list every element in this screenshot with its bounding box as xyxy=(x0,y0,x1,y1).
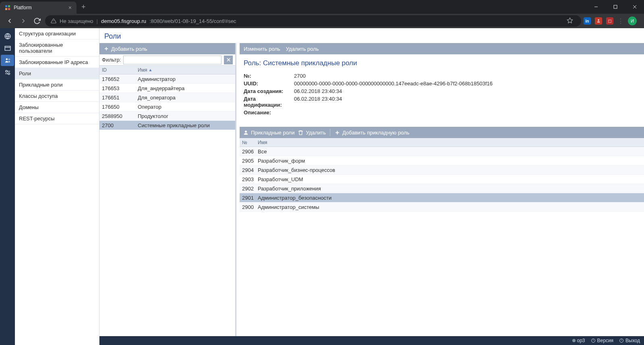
delete-applied-role-button[interactable]: Удалить xyxy=(298,130,326,136)
cell-no: 2900 xyxy=(240,204,258,210)
extensions: in ⬚ ⋮ И xyxy=(584,17,637,25)
applied-roles-grid: № Имя 2906Все2905Разработчик_форм2904Раз… xyxy=(240,138,644,336)
table-row[interactable]: 2904Разработчик_бизнес-процессов xyxy=(240,165,644,175)
bookmark-star-icon[interactable] xyxy=(567,17,573,25)
cell-name: Системные прикладные роли xyxy=(138,122,235,128)
sidebar-item[interactable]: Прикладные роли xyxy=(15,79,99,91)
forward-button[interactable] xyxy=(18,15,29,27)
browser-titlebar: Platform × + xyxy=(0,0,644,14)
page-title: Роли xyxy=(99,28,644,43)
svg-rect-2 xyxy=(5,8,7,10)
cell-no: 2906 xyxy=(240,149,258,155)
table-row[interactable]: 176650Оператор xyxy=(99,102,235,112)
col-name[interactable]: Имя ▲ xyxy=(138,67,235,73)
table-row[interactable]: 2905Разработчик_форм xyxy=(240,156,644,165)
svg-point-14 xyxy=(8,59,10,60)
reload-button[interactable] xyxy=(31,15,43,27)
new-tab-button[interactable]: + xyxy=(81,3,86,11)
svg-rect-1 xyxy=(8,5,10,7)
sidebar-item[interactable]: Классы доступа xyxy=(15,91,99,102)
browser-address-bar: Не защищено | demo05.fisgroup.ru:8080/we… xyxy=(0,14,644,28)
extension-icon[interactable] xyxy=(595,17,602,25)
field-uuid-label: UUID: xyxy=(244,81,294,87)
sidebar-item[interactable]: Структура организации xyxy=(15,28,99,39)
cell-name: Для_андеррайтера xyxy=(138,85,235,91)
sidebar-item[interactable]: REST-ресурсы xyxy=(15,113,99,124)
table-row[interactable]: 2588950Продуктолог xyxy=(99,112,235,121)
table-row[interactable]: 176653Для_андеррайтера xyxy=(99,84,235,93)
clear-filter-button[interactable] xyxy=(224,56,233,64)
tab-title: Platform xyxy=(14,5,32,10)
filter-input[interactable] xyxy=(123,56,222,64)
field-no-label: №: xyxy=(244,73,294,79)
cell-name: Для_оператора xyxy=(138,95,235,101)
cell-name: Разработчик_форм xyxy=(258,158,644,164)
cell-name: Оператор xyxy=(138,104,235,110)
cell-name: Все xyxy=(258,149,644,155)
add-applied-role-button[interactable]: Добавить прикладную роль xyxy=(334,130,409,136)
insecure-icon xyxy=(51,18,56,24)
field-modified-label: Дата модификации: xyxy=(244,96,294,108)
minimize-button[interactable] xyxy=(587,0,605,14)
window-controls xyxy=(587,0,644,14)
close-window-button[interactable] xyxy=(625,0,644,14)
extension-icon[interactable]: ⬚ xyxy=(606,17,613,25)
rail-window-icon[interactable] xyxy=(1,43,14,54)
col-id[interactable]: ID xyxy=(99,67,138,73)
cell-name: Разработчик_UDM xyxy=(258,176,644,182)
col-name[interactable]: Имя xyxy=(258,140,644,145)
nav-rail xyxy=(0,28,15,345)
cell-no: 2902 xyxy=(240,186,258,192)
field-no-value: 2700 xyxy=(294,73,640,79)
sidebar-item[interactable]: Домены xyxy=(15,102,99,113)
detail-title: Роль: Системные прикладные роли xyxy=(240,54,644,70)
status-footer: op3 Версия Выход xyxy=(99,336,644,345)
sidebar-item[interactable]: Роли xyxy=(15,68,99,79)
cell-name: Продуктолог xyxy=(138,113,235,119)
table-row[interactable]: 2901Администратор_безопасности xyxy=(240,193,644,202)
cell-id: 176651 xyxy=(99,95,138,101)
browser-tab[interactable]: Platform × xyxy=(0,2,77,14)
add-role-button[interactable]: Добавить роль xyxy=(104,46,147,52)
cell-no: 2905 xyxy=(240,158,258,164)
table-row[interactable]: 176652Администратор xyxy=(99,74,235,84)
sort-asc-icon: ▲ xyxy=(148,68,152,72)
edit-role-button[interactable]: Изменить роль xyxy=(244,46,280,52)
detail-fields: №:2700 UUID:00000000-0000-0000-0000-0000… xyxy=(240,70,644,120)
table-row[interactable]: 2906Все xyxy=(240,147,644,156)
role-detail-panel: Изменить роль Удалить роль Роль: Системн… xyxy=(240,43,644,336)
col-no[interactable]: № xyxy=(240,140,258,145)
version-link[interactable]: Версия xyxy=(591,338,614,343)
delete-role-button[interactable]: Удалить роль xyxy=(286,46,319,52)
table-row[interactable]: 2903Разработчик_UDM xyxy=(240,175,644,184)
table-row[interactable]: 2900Администратор_системы xyxy=(240,202,644,212)
extension-linkedin-icon[interactable]: in xyxy=(584,17,591,25)
field-uuid-value: 00000000-0000-0000-0000-000000000000.147… xyxy=(294,81,640,87)
rail-security-icon[interactable] xyxy=(1,55,14,66)
filter-label: Фильтр: xyxy=(102,57,121,63)
maximize-button[interactable] xyxy=(606,0,625,14)
applied-roles-tab[interactable]: Прикладные роли xyxy=(243,130,294,136)
profile-avatar[interactable]: И xyxy=(628,17,637,25)
status-node: op3 xyxy=(572,338,585,343)
sidebar-item[interactable]: Заблокированные IP адреса xyxy=(15,57,99,68)
roles-grid-header: ID Имя ▲ xyxy=(99,66,235,74)
logout-link[interactable]: Выход xyxy=(619,338,640,343)
rail-settings-icon[interactable] xyxy=(1,67,14,78)
field-description-value xyxy=(294,109,640,116)
app-container: Структура организацииЗаблокированные пол… xyxy=(0,28,644,345)
cell-id: 176653 xyxy=(99,85,138,91)
roles-panel: Добавить роль Фильтр: ID Имя ▲ xyxy=(99,43,236,336)
back-button[interactable] xyxy=(4,15,15,27)
tab-close-icon[interactable]: × xyxy=(68,4,72,11)
url-box[interactable]: Не защищено | demo05.fisgroup.ru:8080/we… xyxy=(45,15,581,27)
svg-rect-5 xyxy=(614,5,617,8)
table-row[interactable]: 176651Для_оператора xyxy=(99,93,235,102)
table-row[interactable]: 2700Системные прикладные роли xyxy=(99,121,235,130)
table-row[interactable]: 2902Разработчик_приложения xyxy=(240,184,644,193)
field-created-label: Дата создания: xyxy=(244,88,294,94)
rail-globe-icon[interactable] xyxy=(1,31,14,42)
sidebar-item[interactable]: Заблокированные пользователи xyxy=(15,39,99,57)
field-modified-value: 06.02.2018 23:40:34 xyxy=(294,96,640,108)
cell-no: 2903 xyxy=(240,176,258,182)
